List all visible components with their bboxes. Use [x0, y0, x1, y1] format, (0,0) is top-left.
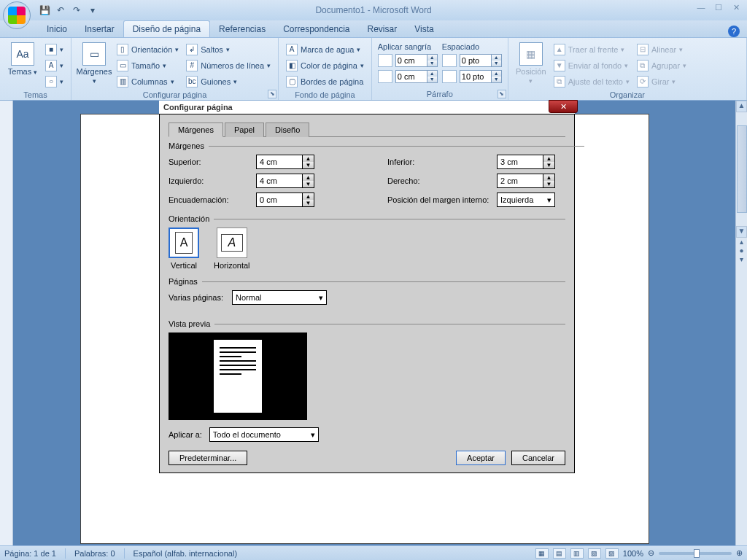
orientation-vertical[interactable]: A Vertical — [169, 228, 199, 270]
aceptar-button[interactable]: Aceptar — [456, 451, 506, 465]
theme-fonts-button[interactable]: A▾ — [44, 58, 65, 73]
orientacion-fieldset: Orientación A Vertical A Horizontal — [169, 214, 565, 270]
status-bar: Página: 1 de 1 Palabras: 0 Español (alfa… — [0, 545, 747, 560]
parrafo-launcher[interactable]: ⬊ — [498, 90, 506, 98]
scroll-thumb[interactable] — [737, 125, 747, 213]
tab-insertar[interactable]: Insertar — [76, 21, 123, 37]
view-full-screen-icon[interactable]: ▤ — [553, 548, 566, 559]
tab-inicio[interactable]: Inicio — [38, 21, 76, 37]
qat-customize-icon[interactable]: ▾ — [86, 4, 99, 17]
tab-revisar[interactable]: Revisar — [359, 21, 406, 37]
zoom-out-icon[interactable]: ⊖ — [648, 548, 654, 558]
alinear-button: ⊟Alinear ▾ — [635, 42, 688, 57]
espaciado-header: Espaciado — [442, 42, 502, 51]
scroll-down-icon[interactable]: ▼ — [736, 226, 747, 238]
browse-object-icon[interactable]: ● — [736, 246, 747, 255]
view-print-layout-icon[interactable]: ▦ — [535, 548, 549, 559]
cancelar-button[interactable]: Cancelar — [511, 451, 565, 465]
help-icon[interactable]: ? — [728, 26, 740, 37]
preview-page-icon — [214, 340, 262, 413]
maximize-button[interactable]: ☐ — [712, 3, 725, 13]
encuadernacion-input[interactable]: ▲▼ — [256, 192, 314, 207]
indent-left-input[interactable]: ▲▼ — [395, 54, 438, 67]
themes-icon: Aa — [11, 42, 34, 66]
guiones-button[interactable]: bcGuiones ▾ — [185, 74, 272, 89]
vista-previa-fieldset: Vista previa Aplicar a: Todo el document… — [169, 319, 565, 442]
wrap-text-icon: ⧉ — [554, 76, 565, 88]
numeros-linea-button[interactable]: #Números de línea ▾ — [185, 58, 272, 73]
indent-right-input[interactable]: ▲▼ — [395, 70, 438, 83]
dialog-tab-margenes[interactable]: Márgenes — [169, 122, 223, 137]
superior-input[interactable]: ▲▼ — [256, 155, 314, 169]
izquierdo-input[interactable]: ▲▼ — [256, 174, 314, 188]
office-button[interactable] — [3, 1, 31, 29]
theme-effects-button[interactable]: ○▾ — [44, 74, 65, 89]
predeterminar-button[interactable]: Predeterminar... — [169, 451, 247, 465]
prev-page-icon[interactable]: ▴ — [736, 238, 747, 246]
configurar-launcher[interactable]: ⬊ — [268, 90, 276, 98]
zoom-in-icon[interactable]: ⊕ — [736, 548, 743, 558]
enviar-fondo-button: ▼Enviar al fondo ▾ — [552, 58, 631, 73]
marca-agua-button[interactable]: AMarca de agua ▾ — [285, 42, 365, 57]
bordes-pagina-button[interactable]: ▢Bordes de página — [285, 74, 365, 89]
space-before-input[interactable]: ▲▼ — [460, 54, 502, 67]
hyphen-icon: bc — [186, 76, 198, 88]
varias-paginas-select[interactable]: Normal▾ — [232, 290, 327, 305]
tamano-button[interactable]: ▭Tamaño ▾ — [115, 58, 180, 73]
view-web-icon[interactable]: ▥ — [570, 548, 584, 559]
posicion-margen-select[interactable]: Izquierda▾ — [497, 192, 555, 207]
space-before-icon — [442, 54, 457, 67]
send-back-icon: ▼ — [554, 60, 565, 71]
page-color-icon: ◧ — [286, 60, 298, 71]
theme-colors-button[interactable]: ■▾ — [44, 42, 65, 57]
minimize-button[interactable]: — — [694, 3, 708, 13]
tab-diseno-pagina[interactable]: Diseño de página — [123, 20, 210, 37]
posicion-margen-label: Posición del margen interno: — [387, 195, 497, 204]
effects-icon: ○ — [45, 76, 57, 88]
zoom-slider[interactable] — [659, 552, 732, 555]
close-button[interactable]: ✕ — [729, 3, 743, 13]
bring-front-icon: ▲ — [554, 44, 565, 55]
preview-box — [169, 332, 307, 420]
columnas-button[interactable]: ▥Columnas ▾ — [115, 74, 180, 89]
tab-correspondencia[interactable]: Correspondencia — [274, 21, 358, 37]
inferior-label: Inferior: — [387, 158, 497, 166]
view-draft-icon[interactable]: ▨ — [605, 548, 619, 559]
status-language[interactable]: Español (alfab. internacional) — [133, 549, 237, 558]
redo-icon[interactable]: ↷ — [70, 4, 83, 17]
tab-vista[interactable]: Vista — [406, 21, 442, 37]
vertical-scrollbar[interactable]: ▲ ▼ ▴ ● ▾ — [735, 101, 747, 545]
status-page[interactable]: Página: 1 de 1 — [4, 549, 56, 558]
temas-button[interactable]: Aa Temas ▾ — [6, 41, 39, 89]
dialog-close-button[interactable]: ✕ — [549, 100, 578, 113]
orientation-horizontal[interactable]: A Horizontal — [214, 228, 250, 270]
inferior-input[interactable]: ▲▼ — [497, 155, 555, 169]
status-words[interactable]: Palabras: 0 — [74, 549, 115, 558]
posicion-button: ▦ Posición ▾ — [514, 41, 548, 89]
group-configurar-pagina: ▭ Márgenes ▾ ▯Orientación ▾ ▭Tamaño ▾ ▥C… — [71, 38, 279, 100]
next-page-icon[interactable]: ▾ — [736, 255, 747, 264]
tab-referencias[interactable]: Referencias — [210, 21, 274, 37]
dialog-tab-papel[interactable]: Papel — [225, 122, 264, 137]
margenes-button[interactable]: ▭ Márgenes ▾ — [77, 41, 111, 89]
page-borders-icon: ▢ — [286, 76, 298, 88]
color-pagina-button[interactable]: ◧Color de página ▾ — [285, 58, 365, 73]
group-temas-label: Temas — [6, 89, 65, 99]
colors-icon: ■ — [45, 44, 57, 55]
zoom-level[interactable]: 100% — [623, 549, 643, 558]
save-icon[interactable]: 💾 — [38, 4, 51, 17]
aplicar-a-select[interactable]: Todo el documento▾ — [209, 427, 319, 442]
saltos-button[interactable]: ↲Saltos ▾ — [185, 42, 272, 57]
traer-frente-button: ▲Traer al frente ▾ — [552, 42, 631, 57]
varias-paginas-label: Varias páginas: — [169, 293, 223, 302]
group-parrafo-label: Párrafo — [378, 88, 502, 98]
scroll-up-icon[interactable]: ▲ — [736, 101, 747, 112]
derecho-input[interactable]: ▲▼ — [497, 174, 555, 188]
undo-icon[interactable]: ↶ — [54, 4, 67, 17]
space-after-input[interactable]: ▲▼ — [460, 70, 502, 83]
view-outline-icon[interactable]: ▧ — [588, 548, 601, 559]
rotate-icon: ⟳ — [637, 76, 649, 88]
orientacion-button[interactable]: ▯Orientación ▾ — [115, 42, 180, 57]
dialog-tab-diseno[interactable]: Diseño — [266, 122, 309, 137]
align-icon: ⊟ — [637, 44, 649, 55]
